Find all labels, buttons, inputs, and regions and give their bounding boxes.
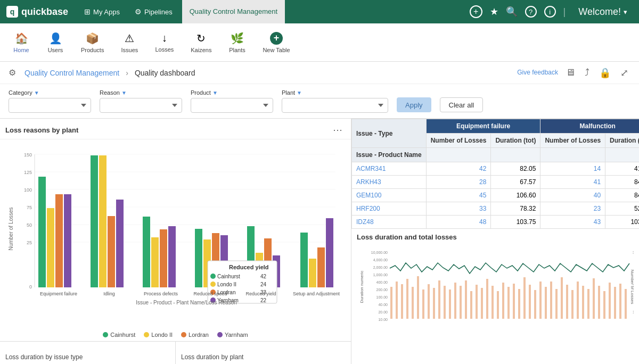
svg-rect-20 xyxy=(99,155,106,287)
quality-control-tab[interactable]: Quality Control Management xyxy=(182,0,285,23)
reason-label: Reason ▼ xyxy=(100,89,182,96)
apply-button[interactable]: Apply xyxy=(397,97,431,112)
reason-select[interactable] xyxy=(100,98,182,113)
product-name-cell[interactable]: IDZ48 xyxy=(352,216,427,229)
toolbar-home-label: Home xyxy=(13,47,29,53)
eq-dur2-header xyxy=(491,148,540,162)
svg-rect-116 xyxy=(609,283,611,319)
info-icon[interactable]: i xyxy=(544,6,556,18)
pipelines-button[interactable]: ⚙ Pipelines xyxy=(129,5,178,18)
svg-text:Reduced yield: Reduced yield xyxy=(229,264,269,270)
toolbar-new-table-label: New Table xyxy=(263,47,290,53)
svg-rect-85 xyxy=(444,286,446,319)
plant-select[interactable] xyxy=(282,98,388,113)
bottom-chart: Loss duration and total losses Duration … xyxy=(351,229,639,364)
svg-rect-27 xyxy=(195,229,202,287)
plants-icon: 🌿 xyxy=(231,32,244,45)
breadcrumb-current: Quality dashboard xyxy=(135,69,195,77)
add-icon[interactable]: + xyxy=(470,5,482,18)
help-icon[interactable]: ? xyxy=(525,6,537,18)
mal-num-cell: 41 xyxy=(540,176,605,189)
toolbar-products-label: Products xyxy=(81,47,104,53)
eq-dur-cell: 106.60 xyxy=(491,189,540,202)
search-icon[interactable]: 🔍 xyxy=(506,6,518,18)
bottom-panels: Loss duration by issue type Loss duratio… xyxy=(0,341,351,364)
issue-type-header: Issue - Type xyxy=(352,119,427,148)
malfunction-header: Malfunction xyxy=(540,119,639,134)
table-row: HRF200 33 78.32 23 52.00 43 98.91 xyxy=(352,202,640,216)
svg-rect-52 xyxy=(326,218,333,287)
welcome-button[interactable]: Welcome! ▾ xyxy=(573,4,633,20)
svg-text:50: 50 xyxy=(27,222,32,228)
breadcrumb-parent[interactable]: Quality Control Management xyxy=(24,69,119,77)
svg-rect-105 xyxy=(550,282,552,319)
mal-num2-header xyxy=(540,148,605,162)
svg-text:Londo II: Londo II xyxy=(217,282,236,287)
svg-rect-112 xyxy=(587,289,589,319)
product-select[interactable] xyxy=(191,98,273,113)
svg-rect-111 xyxy=(582,286,584,319)
eq-dur-cell: 78.32 xyxy=(491,202,540,216)
svg-text:Cainhurst: Cainhurst xyxy=(217,274,240,279)
star-icon[interactable]: ★ xyxy=(490,6,498,18)
svg-rect-114 xyxy=(598,286,600,319)
chart-title: Loss reasons by plant xyxy=(5,126,78,134)
users-icon: 👤 xyxy=(49,32,62,45)
breadcrumb-actions: Give feedback 🖥 ⤴ 🔒 ⤢ xyxy=(517,65,630,81)
my-apps-button[interactable]: ⊞ My Apps xyxy=(79,5,125,18)
mal-num-cell: 23 xyxy=(540,202,605,216)
new-table-icon: + xyxy=(270,32,283,45)
settings-icon[interactable]: ⚙ xyxy=(9,68,16,78)
product-filter: Product ▼ xyxy=(191,89,273,113)
svg-rect-16 xyxy=(47,208,54,287)
products-icon: 📦 xyxy=(86,32,99,45)
svg-rect-25 xyxy=(160,229,167,287)
data-table-container: Issue - Type Equipment failure Malfuncti… xyxy=(351,119,639,229)
expand-icon[interactable]: ⤢ xyxy=(618,65,630,81)
toolbar-home[interactable]: 🏠 Home xyxy=(5,29,37,56)
toolbar-issues[interactable]: ⚠ Issues xyxy=(113,29,145,56)
svg-rect-78 xyxy=(406,279,408,319)
logo: q quickbase xyxy=(6,6,68,18)
svg-rect-87 xyxy=(454,283,456,319)
svg-rect-88 xyxy=(460,286,462,319)
toolbar-products[interactable]: 📦 Products xyxy=(73,29,111,56)
svg-text:Issue - Product - Plant Name/L: Issue - Product - Plant Name/Loss Reason xyxy=(136,300,237,305)
svg-rect-119 xyxy=(625,289,627,319)
lock-icon[interactable]: 🔒 xyxy=(597,65,613,81)
product-name-cell[interactable]: GEM100 xyxy=(352,189,427,202)
losses-icon: ↓ xyxy=(162,32,167,44)
category-select[interactable] xyxy=(9,98,91,113)
share-icon[interactable]: ⤴ xyxy=(583,65,592,80)
svg-text:100.00: 100.00 xyxy=(376,295,388,299)
monitor-icon[interactable]: 🖥 xyxy=(563,65,577,80)
reason-filter: Reason ▼ xyxy=(100,89,182,113)
svg-text:40.00: 40.00 xyxy=(378,303,388,307)
svg-text:Number of Losses: Number of Losses xyxy=(630,270,634,304)
svg-rect-22 xyxy=(116,200,124,287)
svg-rect-81 xyxy=(422,289,424,319)
give-feedback-button[interactable]: Give feedback xyxy=(517,69,558,77)
mal-dur2-header xyxy=(605,148,639,162)
toolbar-losses[interactable]: ↓ Losses xyxy=(148,29,181,56)
product-name-cell[interactable]: HRF200 xyxy=(352,202,427,216)
mal-dur-cell: 52.00 xyxy=(605,202,639,216)
toolbar-users[interactable]: 👤 Users xyxy=(39,29,71,56)
mal-num-cell: 43 xyxy=(540,216,605,229)
product-name-cell[interactable]: ACMR341 xyxy=(352,162,427,176)
toolbar-plants[interactable]: 🌿 Plants xyxy=(221,29,253,56)
svg-rect-23 xyxy=(143,217,150,287)
home-icon: 🏠 xyxy=(15,32,28,45)
svg-rect-96 xyxy=(502,283,504,319)
svg-rect-24 xyxy=(151,237,159,287)
legend-lordran: Lordran xyxy=(181,332,209,338)
chart-options-button[interactable]: ⋯ xyxy=(330,123,346,137)
product-name-cell[interactable]: ARKH43 xyxy=(352,176,427,189)
toolbar-kaizens[interactable]: ↻ Kaizens xyxy=(183,29,219,56)
eq-num-cell: 48 xyxy=(426,216,491,229)
svg-point-40 xyxy=(210,282,216,287)
clear-all-button[interactable]: Clear all xyxy=(440,97,484,112)
table-row: GEM100 45 106.60 40 84.69 29 80.00 xyxy=(352,189,640,202)
toolbar-new-table[interactable]: + New Table xyxy=(255,29,297,56)
mal-num-cell: 40 xyxy=(540,189,605,202)
